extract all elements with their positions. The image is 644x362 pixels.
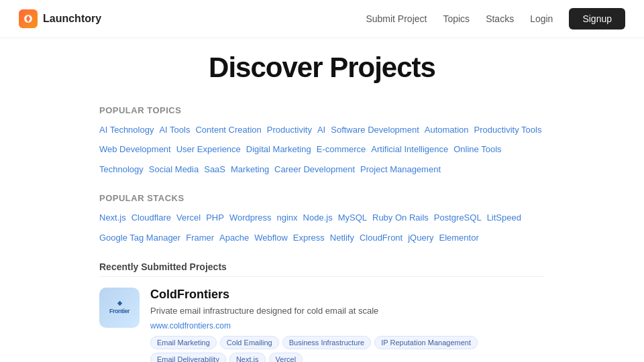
topic-tag[interactable]: Productivity Tools <box>474 122 542 137</box>
topic-tag[interactable]: Software Development <box>331 122 419 137</box>
stack-tag[interactable]: LitSpeed <box>487 210 521 225</box>
project-description: Private email infrastructure designed fo… <box>150 304 545 318</box>
project-badges: Email MarketingCold EmailingBusiness Inf… <box>150 336 545 362</box>
popular-topics-section: Popular Topics AI Technology AI Tools Co… <box>99 105 545 177</box>
topic-tag[interactable]: Project Management <box>360 162 441 177</box>
project-url[interactable]: www.coldfrontiers.com <box>150 321 545 330</box>
logo[interactable]: Launchtory <box>19 9 101 28</box>
page-title: Discover Projects <box>99 52 545 84</box>
project-badge[interactable]: Next.js <box>229 353 266 362</box>
project-badge[interactable]: Email Marketing <box>150 336 217 349</box>
popular-topics-tags: AI Technology AI Tools Content Creation … <box>99 122 545 177</box>
topic-tag[interactable]: Marketing <box>231 162 269 177</box>
stack-tag[interactable]: CloudFront <box>360 230 402 245</box>
topic-tag[interactable]: Productivity <box>267 122 312 137</box>
popular-stacks-tags: Next.js Cloudflare Vercel PHP Wordpress … <box>99 210 545 245</box>
topic-tag[interactable]: Web Development <box>99 141 171 157</box>
stack-tag[interactable]: Framer <box>186 230 214 245</box>
nav-links: Submit Project Topics Stacks Login Signu… <box>366 8 625 29</box>
topic-tag[interactable]: SaaS <box>204 162 225 177</box>
project-info: ColdFrontiersPrivate email infrastructur… <box>150 288 545 362</box>
topic-tag[interactable]: Career Development <box>274 162 355 177</box>
projects-list: ◆FrontierColdFrontiersPrivate email infr… <box>99 288 545 362</box>
recently-submitted-label: Recently Submitted Projects <box>99 261 545 277</box>
stack-tag[interactable]: Express <box>293 230 325 245</box>
stack-tag[interactable]: MySQL <box>338 210 367 225</box>
topic-tag[interactable]: Social Media <box>149 162 199 177</box>
project-name[interactable]: ColdFrontiers <box>150 288 545 302</box>
recently-submitted-section: Recently Submitted Projects ◆FrontierCol… <box>99 261 545 362</box>
topic-tag[interactable]: AI Tools <box>159 122 190 137</box>
topic-tag[interactable]: User Experience <box>176 141 241 157</box>
stack-tag[interactable]: Elementor <box>439 230 479 245</box>
logo-text: Launchtory <box>43 13 101 25</box>
main-content: Discover Projects Popular Topics AI Tech… <box>80 38 564 362</box>
stack-tag[interactable]: Google Tag Manager <box>99 230 180 245</box>
topic-tag[interactable]: Online Tools <box>453 141 501 157</box>
signup-button[interactable]: Signup <box>569 8 625 29</box>
nav-topics[interactable]: Topics <box>443 13 470 24</box>
project-badge[interactable]: Cold Emailing <box>220 336 279 349</box>
topic-tag[interactable]: Artificial Intelligence <box>371 141 448 157</box>
stack-tag[interactable]: Ruby On Rails <box>372 210 429 225</box>
stack-tag[interactable]: jQuery <box>408 230 433 245</box>
topic-tag[interactable]: Content Creation <box>195 122 261 137</box>
project-badge[interactable]: IP Reputation Management <box>374 336 478 349</box>
stack-tag[interactable]: PHP <box>206 210 224 225</box>
stack-tag[interactable]: Apache <box>219 230 249 245</box>
stack-tag[interactable]: PostgreSQL <box>434 210 482 225</box>
project-badge[interactable]: Email Deliverability <box>150 353 226 362</box>
topic-tag[interactable]: E-commerce <box>317 141 366 157</box>
logo-icon <box>19 9 38 28</box>
project-badge[interactable]: Business Infrastructure <box>282 336 372 349</box>
stack-tag[interactable]: Node.js <box>303 210 333 225</box>
topic-tag[interactable]: AI <box>317 122 325 137</box>
project-card: ◆FrontierColdFrontiersPrivate email infr… <box>99 288 545 362</box>
stack-tag[interactable]: Vercel <box>176 210 201 225</box>
stack-tag[interactable]: nginx <box>277 210 298 225</box>
topic-tag[interactable]: Automation <box>425 122 469 137</box>
topic-tag[interactable]: Technology <box>99 162 144 177</box>
nav-login[interactable]: Login <box>530 13 553 24</box>
popular-topics-label: Popular Topics <box>99 105 545 115</box>
stack-tag[interactable]: Wordpress <box>229 210 272 225</box>
project-thumbnail: ◆Frontier <box>99 288 140 328</box>
popular-stacks-label: Popular Stacks <box>99 193 545 203</box>
stack-tag[interactable]: Webflow <box>254 230 288 245</box>
stack-tag[interactable]: Cloudflare <box>131 210 171 225</box>
topic-tag[interactable]: Digital Marketing <box>246 141 311 157</box>
nav-submit-project[interactable]: Submit Project <box>366 13 427 24</box>
topic-tag[interactable]: AI Technology <box>99 122 154 137</box>
project-badge[interactable]: Vercel <box>269 353 303 362</box>
stack-tag[interactable]: Netlify <box>330 230 354 245</box>
popular-stacks-section: Popular Stacks Next.js Cloudflare Vercel… <box>99 193 545 245</box>
nav-stacks[interactable]: Stacks <box>486 13 514 24</box>
stack-tag[interactable]: Next.js <box>99 210 126 225</box>
navbar: Launchtory Submit Project Topics Stacks … <box>0 0 644 38</box>
